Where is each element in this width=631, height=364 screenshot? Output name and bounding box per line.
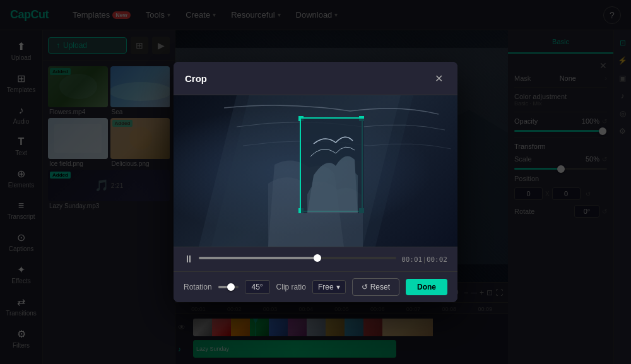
reset-icon: ↺ (362, 283, 368, 291)
crop-selection-box[interactable] (300, 117, 363, 212)
clip-ratio-value: Free (318, 283, 334, 291)
reset-label: Reset (370, 283, 390, 291)
done-label: Done (417, 283, 436, 291)
crop-box-content (301, 119, 364, 213)
clip-ratio-chevron: ▾ (336, 283, 340, 291)
crop-close-button[interactable]: ✕ (431, 71, 446, 86)
crop-time-separator: | (422, 255, 427, 264)
crop-total-time: 00:02 (427, 255, 447, 264)
rotation-thumb[interactable] (227, 283, 235, 291)
rotation-label: Rotation (184, 283, 212, 291)
crop-title: Crop (185, 73, 207, 84)
clip-ratio-label: Clip ratio (276, 283, 306, 291)
modal-overlay: Crop ✕ (0, 0, 631, 364)
crop-progress-area: ⏸ 00:01 | 00:02 (174, 247, 457, 271)
clip-ratio-select[interactable]: Free ▾ (312, 280, 346, 294)
crop-modal-header: Crop ✕ (174, 62, 457, 95)
crop-canvas (174, 95, 457, 247)
crop-modal: Crop ✕ (174, 62, 457, 302)
rotation-value[interactable]: 45° (245, 280, 270, 294)
crop-progress-fill (199, 257, 317, 259)
crop-done-button[interactable]: Done (406, 279, 447, 295)
crop-progress-thumb[interactable] (314, 254, 321, 262)
crop-progress-bar[interactable] (199, 257, 396, 259)
crop-playback-row: ⏸ 00:01 | 00:02 (184, 254, 447, 265)
crop-current-time: 00:01 (401, 255, 422, 264)
crop-reset-button[interactable]: ↺ Reset (352, 278, 399, 296)
crop-controls: Rotation 45° Clip ratio Free ▾ ↺ Reset D… (174, 271, 457, 302)
rotation-slider[interactable] (218, 286, 239, 288)
crop-pause-button[interactable]: ⏸ (184, 254, 194, 265)
crop-time: 00:01 | 00:02 (401, 255, 447, 264)
